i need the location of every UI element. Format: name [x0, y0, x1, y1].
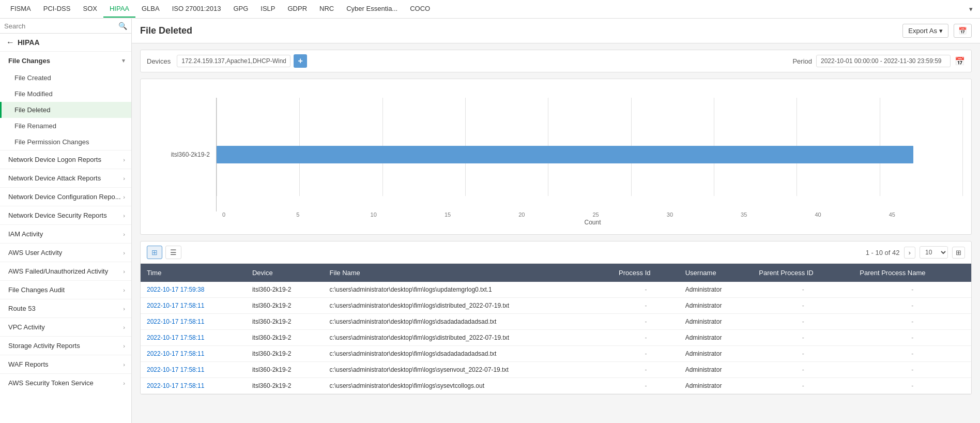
col-header-process-id[interactable]: Process Id [612, 264, 679, 282]
tab-sox[interactable]: SOX [76, 1, 103, 18]
export-button[interactable]: Export As ▾ [902, 24, 948, 38]
sidebar-section-13[interactable]: AWS Security Token Service› [0, 373, 131, 392]
chart-bar-wrapper [217, 146, 963, 163]
back-arrow-icon: ← [6, 38, 14, 47]
sidebar-section-9[interactable]: Route 53› [0, 299, 131, 318]
devices-label: Devices [147, 57, 171, 65]
tab-iso-27001-2013[interactable]: ISO 27001:2013 [166, 1, 227, 18]
sidebar-section-1[interactable]: Network Device Logon Reports› [0, 150, 131, 169]
tab-pci-dss[interactable]: PCI-DSS [37, 1, 77, 18]
tab-gdpr[interactable]: GDPR [281, 1, 313, 18]
pagination-info: 1 - 10 of 42 [866, 249, 900, 256]
table-cell-5: - [753, 298, 853, 314]
sidebar-section-10[interactable]: VPC Activity› [0, 318, 131, 336]
tab-islp[interactable]: ISLP [254, 1, 281, 18]
table-cell-3: - [612, 282, 679, 298]
column-selector-button[interactable]: ⊞ [952, 247, 965, 259]
table-cell-2: c:\users\administrator\desktop\fim\logs\… [324, 362, 612, 378]
sidebar-section-6[interactable]: AWS User Activity› [0, 243, 131, 262]
sidebar-section-8[interactable]: File Changes Audit› [0, 280, 131, 299]
sidebar-back-button[interactable]: ← HIPAA [0, 34, 131, 52]
sidebar-section-label-10: VPC Activity [8, 323, 45, 331]
table-cell-3: - [612, 378, 679, 394]
table-cell-0: 2022-10-17 17:58:11 [141, 346, 246, 362]
sidebar-section-0[interactable]: File Changes▾ [0, 52, 131, 70]
chart-x-tick: 5 [296, 212, 370, 218]
col-header-time[interactable]: Time [141, 264, 246, 282]
table-row: 2022-10-17 17:58:11itsl360-2k19-2c:\user… [141, 330, 971, 346]
period-input[interactable] [816, 55, 951, 67]
table-cell-6: - [853, 298, 971, 314]
table-cell-2: c:\users\administrator\desktop\fim\logs\… [324, 298, 612, 314]
sidebar-section-label-0: File Changes [8, 57, 50, 65]
sidebar-item-file-renamed[interactable]: File Renamed [0, 118, 131, 134]
table-cell-4: Administrator [679, 314, 753, 330]
sidebar-item-file-created[interactable]: File Created [0, 70, 131, 86]
tab-fisma[interactable]: FISMA [4, 1, 37, 18]
sidebar-section-4[interactable]: Network Device Security Reports› [0, 206, 131, 224]
sidebar-section-label-6: AWS User Activity [8, 249, 62, 256]
table-cell-6: - [853, 314, 971, 330]
sidebar-item-file-permission-changes[interactable]: File Permission Changes [0, 134, 131, 150]
table-body: 2022-10-17 17:59:38itsl360-2k19-2c:\user… [141, 282, 971, 394]
tab-nrc[interactable]: NRC [313, 1, 340, 18]
sidebar-section-12[interactable]: WAF Reports› [0, 355, 131, 373]
period-calendar-icon[interactable]: 📅 [955, 56, 965, 66]
chart-x-tick: 20 [518, 212, 592, 218]
data-table: TimeDeviceFile NameProcess IdUsernamePar… [141, 264, 971, 394]
sidebar-item-file-deleted[interactable]: File Deleted [0, 102, 131, 118]
sidebar-section-label-3: Network Device Configuration Repo... [8, 193, 121, 201]
sidebar-section-arrow-2: › [123, 175, 125, 182]
table-cell-6: - [853, 282, 971, 298]
table-cell-2: c:\users\administrator\desktop\fim\logs\… [324, 330, 612, 346]
sidebar-section-11[interactable]: Storage Activity Reports› [0, 336, 131, 355]
sidebar-section-label-2: Network Device Attack Reports [8, 174, 101, 182]
export-label: Export As [908, 27, 937, 35]
table-cell-1: itsl360-2k19-2 [246, 282, 324, 298]
table-cell-5: - [753, 314, 853, 330]
list-view-button[interactable]: ☰ [165, 246, 181, 259]
chart-x-tick: 25 [592, 212, 666, 218]
chart-bar-track [216, 98, 963, 212]
devices-input[interactable] [177, 55, 290, 67]
table-section: ⊞ ☰ 1 - 10 of 42 › 102550100 ⊞ TimeDevic… [140, 241, 972, 395]
next-page-button[interactable]: › [904, 247, 915, 259]
sidebar-section-5[interactable]: IAM Activity› [0, 224, 131, 243]
sidebar-section-arrow-3: › [123, 194, 125, 200]
col-header-parent-process-name[interactable]: Parent Process Name [853, 264, 971, 282]
table-cell-1: itsl360-2k19-2 [246, 330, 324, 346]
table-cell-4: Administrator [679, 282, 753, 298]
sidebar-back-label: HIPAA [18, 38, 40, 47]
col-header-device[interactable]: Device [246, 264, 324, 282]
chart-inner: itsl360-2k19-2 [149, 87, 963, 226]
tab-hipaa[interactable]: HIPAA [103, 1, 135, 18]
search-input[interactable] [4, 22, 118, 30]
tab-cyber-essentia---[interactable]: Cyber Essentia... [340, 1, 404, 18]
table-cell-2: c:\users\administrator\desktop\fim\logs\… [324, 346, 612, 362]
table-cell-1: itsl360-2k19-2 [246, 346, 324, 362]
table-row: 2022-10-17 17:58:11itsl360-2k19-2c:\user… [141, 346, 971, 362]
page-size-select[interactable]: 102550100 [920, 246, 948, 259]
grid-view-button[interactable]: ⊞ [147, 246, 162, 259]
table-cell-3: - [612, 362, 679, 378]
sidebar-section-arrow-8: › [123, 287, 125, 293]
table-cell-0: 2022-10-17 17:58:11 [141, 378, 246, 394]
calendar-icon-button[interactable]: 📅 [954, 24, 972, 38]
tab-coco[interactable]: COCO [404, 1, 436, 18]
table-cell-3: - [612, 314, 679, 330]
table-cell-3: - [612, 346, 679, 362]
more-tabs-button[interactable]: ▾ [966, 1, 976, 17]
col-header-username[interactable]: Username [679, 264, 753, 282]
table-cell-5: - [753, 330, 853, 346]
sidebar-section-7[interactable]: AWS Failed/Unauthorized Activity› [0, 262, 131, 280]
sidebar-item-file-modified[interactable]: File Modified [0, 86, 131, 102]
add-device-button[interactable]: + [294, 54, 307, 68]
chart-x-tick: 45 [889, 212, 963, 218]
tab-gpg[interactable]: GPG [227, 1, 254, 18]
col-header-parent-process-id[interactable]: Parent Process ID [753, 264, 853, 282]
sidebar-section-arrow-9: › [123, 306, 125, 312]
tab-glba[interactable]: GLBA [135, 1, 166, 18]
col-header-file-name[interactable]: File Name [324, 264, 612, 282]
sidebar-section-2[interactable]: Network Device Attack Reports› [0, 169, 131, 187]
sidebar-section-3[interactable]: Network Device Configuration Repo...› [0, 187, 131, 206]
